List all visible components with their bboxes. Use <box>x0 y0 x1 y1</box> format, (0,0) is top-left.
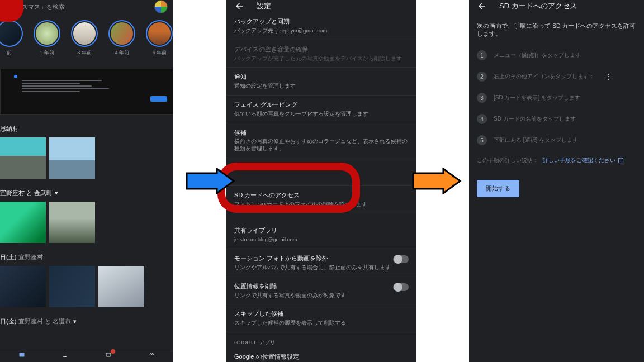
stories-strip: 前 1 年前 3 年前 4 年前 6 年前 <box>0 13 173 59</box>
tab-library-icon[interactable] <box>146 351 157 358</box>
svg-rect-2 <box>106 353 111 356</box>
photo-thumb[interactable] <box>49 266 95 307</box>
setting-desc: リンクやアルバムで共有する場合に、静止画のみを共有します <box>234 264 391 272</box>
story-item[interactable]: 1 年前 <box>33 22 60 56</box>
toggle-switch[interactable] <box>393 283 409 291</box>
arrow-annotation-orange-icon <box>412 168 462 194</box>
photo-thumb[interactable] <box>0 137 46 179</box>
step-text: 右上のその他アイコンをタップします： <box>494 73 594 80</box>
story-thumb <box>73 22 96 45</box>
photos-home-panel: 「クリスマス」を検索 前 1 年前 3 年前 4 年前 6 年前 恩納 <box>0 0 173 362</box>
section-divider <box>226 213 416 221</box>
section-location: 宜野座村 と 名護市 <box>18 317 71 326</box>
date-section-header[interactable]: 日(金) 宜野座村 と 名護市 ▾ <box>0 317 173 326</box>
photo-thumb[interactable] <box>0 266 46 307</box>
setting-skipped-suggestions[interactable]: スキップした候補 スキップした候補の履歴を表示して削除する <box>226 304 416 332</box>
photo-thumb[interactable] <box>98 266 144 307</box>
open-in-new-icon <box>618 158 624 164</box>
settings-panel: 設定 バックアップと同期 バックアップ先: j.zephyrx@gmail.co… <box>226 0 416 362</box>
step-number-badge: 4 <box>477 114 487 124</box>
photo-thumb[interactable] <box>49 202 95 243</box>
setting-title: スキップした候補 <box>234 309 409 318</box>
section-label-google-apps: GOOGLE アプリ <box>226 332 416 347</box>
step-text: 下部にある [選択] をタップします <box>494 136 578 144</box>
story-item[interactable]: 4 年前 <box>108 22 136 56</box>
story-label: 6 年前 <box>153 49 167 56</box>
date-section-header: 恩納村 <box>0 125 173 133</box>
setting-desc: 横向きの写真の修正やおすすめのコラージュなど、表示される候補の種類を管理します。 <box>234 138 409 153</box>
tab-photos-icon[interactable] <box>16 351 27 358</box>
story-thumb <box>148 22 171 45</box>
step-number-badge: 3 <box>477 93 487 103</box>
story-thumb <box>0 22 21 45</box>
setting-free-up-space[interactable]: デバイスの空き容量の確保 バックアップが完了した元の写真や動画をデバイスから削除… <box>226 40 416 68</box>
step-text: SD カードの名前をタップします <box>494 115 576 123</box>
wizard-step: 4 SD カードの名前をタップします <box>477 114 636 124</box>
setting-title: 共有ライブラリ <box>234 226 409 235</box>
date-section-header: 日(土) 宜野座村 <box>0 253 173 261</box>
page-title: SD カードへのアクセス <box>499 1 577 11</box>
story-item[interactable]: 前 <box>0 22 23 56</box>
intro-text: 次の画面で、手順に沿って SD カードへのアクセスを許可します。 <box>477 22 636 38</box>
photo-thumb[interactable] <box>49 137 95 179</box>
svg-rect-1 <box>63 353 67 357</box>
setting-title: SD カードへのアクセス <box>234 191 409 199</box>
chevron-down-icon: ▾ <box>73 318 77 325</box>
story-item[interactable]: 3 年前 <box>70 22 98 56</box>
start-button[interactable]: 開始する <box>477 180 519 197</box>
wizard-step: 1 メニュー（[縦点]）をタップします <box>477 50 636 60</box>
help-link-text: 詳しい手順をご確認ください <box>543 156 615 164</box>
help-text: この手順の詳しい説明： <box>477 156 538 164</box>
toggle-switch[interactable] <box>393 255 409 263</box>
setting-google-location[interactable]: Google の位置情報設定 Google フォトでは、位置情報を利用して自動整… <box>226 347 416 362</box>
section-title-text: 日(土) <box>0 253 16 261</box>
wizard-step: 3 [SD カードを表示] をタップします <box>477 93 636 103</box>
setting-title: モーション フォトから動画を除外 <box>234 254 391 263</box>
help-link[interactable]: 詳しい手順をご確認ください <box>543 156 624 164</box>
step-number-badge: 1 <box>477 50 487 60</box>
setting-desc: バックアップが完了した元の写真や動画をデバイスから削除します <box>234 55 409 63</box>
setting-desc: リンクで共有する写真や動画のみが対象です <box>234 292 391 299</box>
setting-title: デバイスの空き容量の確保 <box>234 45 409 54</box>
wizard-step: 2 右上のその他アイコンをタップします： ⋮ <box>477 72 636 82</box>
photo-thumb[interactable] <box>0 202 46 243</box>
sd-access-panel: SD カードへのアクセス 次の画面で、手順に沿って SD カードへのアクセスを許… <box>469 0 644 362</box>
section-title-text: 宜野座村 と 金武町 <box>0 189 53 197</box>
story-label: 前 <box>7 49 12 56</box>
avatar[interactable] <box>154 0 168 13</box>
setting-title: フェイス グルーピング <box>234 101 409 109</box>
setting-backup-sync[interactable]: バックアップと同期 バックアップ先: j.zephyrx@gmail.com <box>226 12 416 40</box>
setting-title: 候補 <box>234 128 409 137</box>
setting-title: 思い出 <box>234 163 409 172</box>
setting-title: 通知 <box>234 73 409 81</box>
step-text: [SD カードを表示] をタップします <box>494 94 580 102</box>
chevron-down-icon: ▾ <box>55 189 58 197</box>
tab-search-icon[interactable] <box>59 351 70 358</box>
setting-shared-library[interactable]: 共有ライブラリ jetstream.blog@gmail.com <box>226 221 416 249</box>
setting-remove-geo[interactable]: 位置情報を削除 リンクで共有する写真や動画のみが対象です <box>226 277 416 305</box>
setting-title: Google の位置情報設定 <box>234 353 409 361</box>
step-number-badge: 5 <box>477 135 487 145</box>
setting-notifications[interactable]: 通知 通知の設定を管理します <box>226 68 416 96</box>
setting-desc: バックアップ先: j.zephyrx@gmail.com <box>234 27 409 35</box>
story-item[interactable]: 6 年前 <box>146 22 173 56</box>
setting-motion-photos[interactable]: モーション フォトから動画を除外 リンクやアルバムで共有する場合に、静止画のみを… <box>226 249 416 277</box>
setting-desc: jetstream.blog@gmail.com <box>234 236 409 244</box>
setting-suggestions[interactable]: 候補 横向きの写真の修正やおすすめのコラージュなど、表示される候補の種類を管理し… <box>226 123 416 158</box>
setting-sd-card-access[interactable]: SD カードへのアクセス フォトに SD カード上のファイルの削除を許可します <box>226 186 416 214</box>
bottom-nav <box>0 351 173 362</box>
setting-title: バックアップと同期 <box>234 17 409 26</box>
setting-memories[interactable]: 思い出 <box>226 158 416 186</box>
story-label: 3 年前 <box>77 49 92 56</box>
setting-desc: 似ている顔の写真をグループ化する設定を管理します <box>234 111 409 118</box>
setting-face-grouping[interactable]: フェイス グルーピング 似ている顔の写真をグループ化する設定を管理します <box>226 96 416 123</box>
back-arrow-icon[interactable] <box>234 1 244 11</box>
back-arrow-icon[interactable] <box>477 1 487 11</box>
tab-sharing-icon[interactable] <box>103 351 114 358</box>
date-section-header[interactable]: 宜野座村 と 金武町 ▾ <box>0 189 173 197</box>
promo-card[interactable] <box>0 69 173 115</box>
story-label: 4 年前 <box>115 49 129 56</box>
story-label: 1 年前 <box>40 49 54 56</box>
setting-desc: 通知の設定を管理します <box>234 83 409 90</box>
story-thumb <box>36 22 58 45</box>
